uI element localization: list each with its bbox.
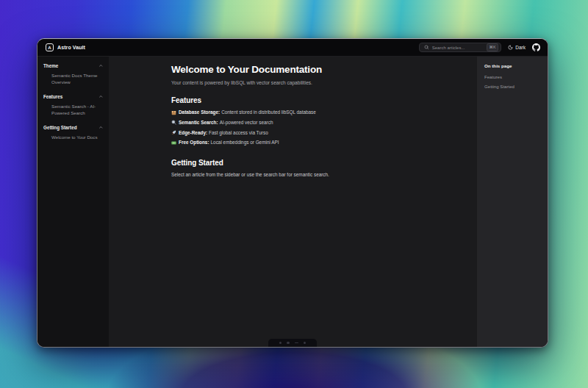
desktop-wallpaper: A Astro Vault Search articles... ⌘K [0,0,588,388]
dock-peek [268,339,317,347]
dock-icon-4[interactable] [304,342,306,345]
site-logo[interactable]: A [46,43,54,51]
sidebar-item-semantic-search[interactable]: Semantic Search - AI-Powered Search [43,104,103,117]
theme-toggle-label: Dark [515,45,526,50]
dock-icon-2[interactable] [287,342,290,345]
feature-label: Edge-Ready: [179,130,207,136]
getting-started-heading: Getting Started [171,159,448,167]
magnifier-icon [171,120,176,125]
page-title: Welcome to Your Documentation [171,64,448,75]
feature-item-edge-ready: Edge-Ready: Fast global access via Turso [171,130,448,136]
feature-label: Semantic Search: [179,120,218,126]
rocket-icon [171,130,176,135]
feature-item-free-options: Free Options: Local embeddings or Gemini… [171,140,448,146]
sidebar-section-title: Theme [43,63,58,68]
feature-text: Fast global access via Turso [209,130,268,136]
feature-label: Database Storage: [179,109,220,115]
feature-text: AI-powered vector search [220,120,273,126]
main-content: Welcome to Your Documentation Your conte… [109,57,477,347]
site-header: A Astro Vault Search articles... ⌘K [37,39,548,57]
sidebar-nav: Theme Semantic Docs Theme Overview Featu… [37,57,109,347]
feature-item-database-storage: Database Storage: Content stored in dist… [171,109,448,115]
toc-title: On this page [484,63,540,68]
feature-text: Local embeddings or Gemini API [211,140,279,146]
sidebar-section-title: Getting Started [43,125,76,130]
page-intro: Your content is powered by libSQL with v… [171,80,448,85]
banknote-icon [171,140,176,146]
github-link[interactable] [532,43,540,51]
theme-toggle-button[interactable]: Dark [508,45,526,50]
toc-link-getting-started[interactable]: Getting Started [484,84,540,89]
sidebar-section-theme: Theme Semantic Docs Theme Overview [43,63,103,86]
chevron-up-icon [98,94,104,99]
feature-label: Free Options: [179,140,209,146]
browser-window: A Astro Vault Search articles... ⌘K [37,38,548,348]
feature-text: Content stored in distributed libSQL dat… [221,109,316,115]
sidebar-item-semantic-docs-theme-overview[interactable]: Semantic Docs Theme Overview [43,73,103,86]
search-shortcut-badge: ⌘K [487,43,498,51]
feature-item-semantic-search: Semantic Search: AI-powered vector searc… [171,120,448,126]
sidebar-section-header[interactable]: Theme [43,63,103,68]
moon-icon [508,45,513,50]
sidebar-item-welcome-to-your-docs[interactable]: Welcome to Your Docs [43,134,103,141]
sidebar-section-getting-started: Getting Started Welcome to Your Docs [43,125,103,141]
chevron-up-icon [98,125,104,130]
sidebar-section-features: Features Semantic Search - AI-Powered Se… [43,94,103,117]
toc-link-features[interactable]: Features [484,74,540,79]
search-input[interactable]: Search articles... ⌘K [419,43,501,52]
chevron-up-icon [98,63,104,68]
search-icon [424,45,429,50]
dock-icon-1[interactable] [279,342,282,345]
github-icon [532,43,540,51]
window-body: Theme Semantic Docs Theme Overview Featu… [37,57,548,347]
features-heading: Features [171,96,448,104]
package-icon [171,110,176,115]
header-actions: Search articles... ⌘K Dark [419,43,540,52]
toc-panel: On this page Features Getting Started [477,57,548,347]
dock-icon-3[interactable] [295,342,298,344]
sidebar-section-title: Features [43,94,62,99]
sidebar-section-header[interactable]: Features [43,94,103,99]
search-placeholder: Search articles... [432,46,484,50]
sidebar-section-header[interactable]: Getting Started [43,125,103,130]
site-title[interactable]: Astro Vault [57,45,85,50]
getting-started-text: Select an article from the sidebar or us… [171,172,448,177]
